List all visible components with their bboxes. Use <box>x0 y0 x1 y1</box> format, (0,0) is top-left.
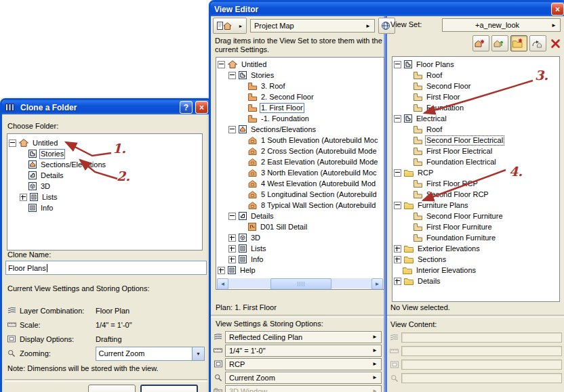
tree-item[interactable]: 2 Cross Section (Autorebuild Mode <box>216 146 384 156</box>
tree-item[interactable]: 2 East Elevation (Autorebuild Mode <box>216 156 384 167</box>
tree-item[interactable]: Second Floor RCP <box>392 189 559 200</box>
scrollbar-thumb[interactable] <box>270 278 331 290</box>
view-set-dropdown[interactable]: +a_new_look ► <box>442 18 561 32</box>
expand-plus-icon[interactable] <box>228 234 236 242</box>
tree-item[interactable]: Electrical <box>392 113 559 124</box>
save-view-button[interactable] <box>529 35 546 51</box>
tree-item[interactable]: Furniture Plans <box>392 200 559 211</box>
tree-item[interactable]: D01 Sill Detail <box>216 221 384 232</box>
tree-item[interactable]: 5 Longitudinal Section (Autorebuild <box>216 189 384 200</box>
tree-item[interactable]: 3. Roof <box>216 81 384 91</box>
tree-item[interactable]: 4 West Elevation (Autorebuild Mod <box>216 178 384 189</box>
expand-plus-icon[interactable] <box>228 245 236 253</box>
collapse-minus-icon[interactable] <box>394 115 401 123</box>
tree-item[interactable]: First Floor Electrical <box>392 146 559 156</box>
tree-item[interactable]: Info <box>7 202 202 213</box>
delete-button[interactable] <box>548 35 564 51</box>
tree-item[interactable]: Lists <box>7 192 202 202</box>
tree-item[interactable]: 8 Typical Wall Section (Autorebuild <box>216 200 384 211</box>
clone-name-label: Clone Name: <box>7 251 51 259</box>
collapse-minus-icon[interactable] <box>394 169 401 177</box>
tree-item[interactable]: First Floor <box>392 91 559 102</box>
tree-item[interactable]: 1 South Elevation (Autorebuild Moc <box>216 135 384 146</box>
tree-item[interactable]: Details <box>392 276 559 286</box>
display-icon <box>213 360 223 368</box>
tree-item[interactable]: Second Floor Furniture <box>392 211 559 221</box>
tree-item[interactable]: Foundation <box>392 102 559 113</box>
setting-row: 3D Window► <box>213 385 382 392</box>
clone-setting-row: Layer Combination:Floor Plan <box>6 303 205 318</box>
tree-item[interactable]: RCP <box>392 167 559 178</box>
scroll-right-icon[interactable]: ► <box>371 278 383 290</box>
map-mode-dropdown[interactable]: Project Map ► <box>250 19 375 32</box>
setting-dropdown[interactable]: RCP► <box>225 358 382 370</box>
zooming-dropdown[interactable]: Current Zoom▼ <box>96 347 205 361</box>
tree-item[interactable]: First Floor RCP <box>392 178 559 189</box>
new-view-button[interactable] <box>472 35 489 51</box>
tree-item-label: 3D <box>249 234 262 242</box>
clone-setting-label: Zooming: <box>20 349 96 357</box>
expand-plus-icon[interactable] <box>394 256 401 263</box>
setting-dropdown[interactable]: 1/4" = 1'-0"► <box>225 345 382 357</box>
collapse-minus-icon[interactable] <box>394 202 401 209</box>
horizontal-scrollbar[interactable]: ◄ ► <box>217 278 383 288</box>
collapse-minus-icon[interactable] <box>394 61 401 68</box>
collapse-minus-icon[interactable] <box>228 126 236 133</box>
tree-item[interactable]: Foundation Electrical <box>392 156 559 167</box>
tree-item[interactable]: Untitled <box>7 137 202 148</box>
view-content-list <box>389 332 562 386</box>
scroll-left-icon[interactable]: ◄ <box>217 278 228 290</box>
update-view-icon <box>494 39 504 49</box>
tree-item[interactable]: First Floor Furniture <box>392 221 559 232</box>
tree-item[interactable]: Stories <box>216 70 384 81</box>
expand-plus-icon[interactable] <box>394 245 401 253</box>
tree-item-label: 3 North Elevation (Autorebuild Moc <box>260 169 378 177</box>
tree-item-label: Second Floor RCP <box>425 190 490 199</box>
expand-plus-icon[interactable] <box>394 278 401 285</box>
collapse-minus-icon[interactable] <box>228 72 236 79</box>
tree-item[interactable]: Lists <box>216 243 384 254</box>
elevations-icon <box>28 160 37 169</box>
tree-item[interactable]: Interior Elevations <box>392 265 559 276</box>
clone-dialog-titlebar[interactable]: Clone a Folder ? × <box>2 100 210 114</box>
help-button[interactable]: ? <box>180 101 193 114</box>
tree-item[interactable]: Untitled <box>216 59 384 70</box>
cancel-button[interactable] <box>88 385 136 392</box>
tree-item[interactable]: Details <box>216 211 384 221</box>
tree-item[interactable]: 3D <box>216 232 384 243</box>
clone-name-input[interactable]: Floor Plans <box>5 261 207 275</box>
new-folder-button[interactable] <box>510 35 527 51</box>
tree-item[interactable]: Second Floor Electrical <box>392 135 559 146</box>
close-button[interactable]: × <box>195 101 208 114</box>
tree-item[interactable]: Info <box>216 254 384 265</box>
scrollbar-track[interactable] <box>228 278 371 288</box>
tree-item[interactable]: Sections/Elevations <box>7 159 202 170</box>
tree-item[interactable]: Foundation Furniture <box>392 232 559 243</box>
tree-item[interactable]: Roof <box>392 124 559 135</box>
tree-item[interactable]: Sections/Elevations <box>216 124 384 135</box>
tree-item[interactable]: 3 North Elevation (Autorebuild Moc <box>216 167 384 178</box>
expand-plus-icon[interactable] <box>20 194 27 201</box>
expand-plus-icon[interactable] <box>218 267 225 274</box>
tree-item[interactable]: Help <box>216 265 384 276</box>
collapse-minus-icon[interactable] <box>218 61 225 68</box>
tree-item[interactable]: Stories <box>7 148 202 159</box>
expand-plus-icon[interactable] <box>228 256 236 263</box>
update-view-button[interactable] <box>491 35 508 51</box>
tree-item[interactable]: 2. Second Floor <box>216 91 384 102</box>
tree-item[interactable]: 3D <box>7 181 202 192</box>
collapse-minus-icon[interactable] <box>228 213 236 220</box>
project-chooser-button[interactable]: ► <box>213 18 247 34</box>
collapse-minus-icon[interactable] <box>9 139 16 147</box>
tree-item[interactable]: Sections <box>392 254 559 265</box>
ok-button[interactable] <box>140 385 198 392</box>
close-button[interactable]: × <box>551 3 564 16</box>
view-editor-titlebar[interactable]: View Editor × <box>211 2 564 16</box>
tree-item[interactable]: Exterior Elevations <box>392 243 559 254</box>
setting-dropdown[interactable]: Current Zoom► <box>225 372 382 384</box>
setting-dropdown[interactable]: Reflected Ceiling Plan► <box>225 331 382 343</box>
tree-item[interactable]: 1. First Floor <box>216 102 384 113</box>
tree-item[interactable]: Details <box>7 170 202 181</box>
dropdown-arrow-icon[interactable]: ▼ <box>192 347 204 360</box>
tree-item[interactable]: -1. Foundation <box>216 113 384 124</box>
